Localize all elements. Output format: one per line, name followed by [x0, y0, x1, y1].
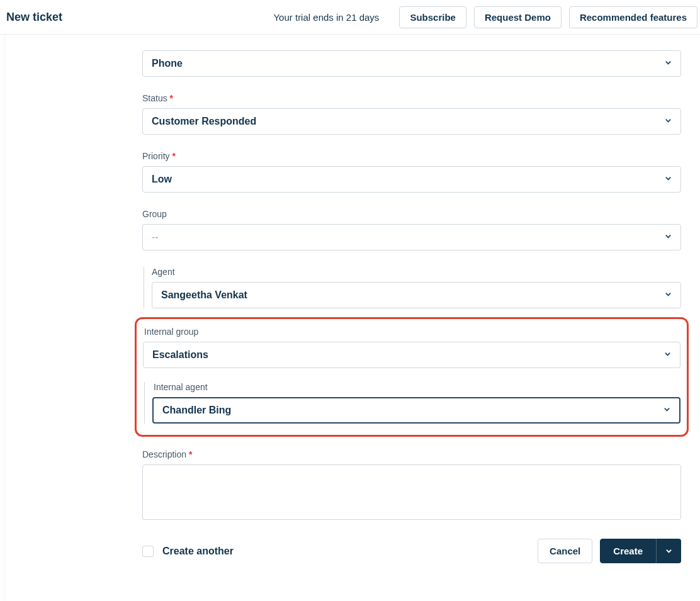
status-label: Status [142, 93, 681, 103]
field-group: Group -- [142, 209, 681, 250]
subscribe-button[interactable]: Subscribe [399, 6, 466, 28]
field-source: Phone [142, 50, 681, 77]
chevron-down-icon [665, 117, 672, 126]
chevron-down-icon [665, 291, 672, 300]
source-value: Phone [152, 58, 183, 69]
chevron-down-icon [665, 59, 672, 68]
description-textarea[interactable] [142, 464, 681, 520]
field-description: Description [142, 449, 681, 522]
create-another-label[interactable]: Create another [162, 546, 234, 557]
description-label: Description [142, 449, 681, 459]
priority-value: Low [152, 174, 172, 185]
group-value: -- [152, 232, 159, 243]
internal-group-highlight: Internal group Escalations Internal agen… [135, 317, 689, 437]
internal-group-label: Internal group [144, 327, 680, 337]
group-label: Group [142, 209, 681, 219]
field-agent: Agent Sangeetha Venkat [152, 267, 681, 308]
header-bar: New ticket Your trial ends in 21 days Su… [0, 0, 700, 35]
status-select[interactable]: Customer Responded [142, 108, 681, 135]
form-container: Phone Status Customer Responded Priority… [0, 35, 700, 601]
chevron-down-icon [665, 175, 672, 184]
internal-group-select[interactable]: Escalations [143, 342, 680, 368]
create-button-group: Create [600, 539, 681, 563]
agent-nested-block: Agent Sangeetha Venkat [144, 267, 681, 308]
internal-agent-label: Internal agent [154, 382, 680, 392]
footer-row: Create another Cancel Create [142, 539, 681, 563]
trial-status-text: Your trial ends in 21 days [273, 12, 379, 23]
chevron-down-icon [663, 406, 670, 415]
panel-edge [6, 35, 9, 601]
chevron-down-icon [665, 233, 672, 242]
priority-select[interactable]: Low [142, 166, 681, 193]
priority-label: Priority [142, 151, 681, 161]
status-value: Customer Responded [152, 116, 256, 127]
source-select[interactable]: Phone [142, 50, 681, 77]
chevron-down-icon [665, 548, 672, 554]
chevron-down-icon [664, 351, 671, 359]
create-button-caret[interactable] [656, 539, 681, 563]
recommended-features-button[interactable]: Recommended features [569, 6, 697, 28]
agent-value: Sangeetha Venkat [161, 289, 247, 301]
field-internal-agent: Internal agent Chandler Bing [152, 382, 680, 424]
internal-agent-value: Chandler Bing [162, 405, 231, 416]
create-another-checkbox[interactable] [142, 546, 154, 557]
group-select[interactable]: -- [142, 224, 681, 250]
field-priority: Priority Low [142, 151, 681, 193]
agent-label: Agent [152, 267, 681, 277]
create-button[interactable]: Create [600, 539, 656, 563]
field-status: Status Customer Responded [142, 93, 681, 135]
internal-agent-select[interactable]: Chandler Bing [152, 397, 680, 424]
agent-select[interactable]: Sangeetha Venkat [152, 282, 681, 308]
internal-agent-nested-block: Internal agent Chandler Bing [144, 382, 680, 424]
internal-group-value: Escalations [152, 349, 208, 361]
cancel-button[interactable]: Cancel [538, 539, 592, 563]
page-title: New ticket [6, 11, 62, 23]
request-demo-button[interactable]: Request Demo [474, 6, 562, 28]
field-internal-group: Internal group Escalations [143, 327, 680, 368]
